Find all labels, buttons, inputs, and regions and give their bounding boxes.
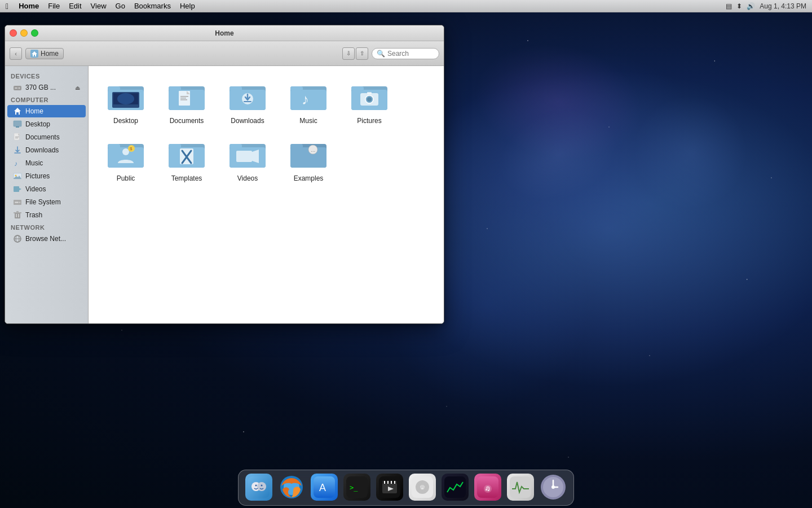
menubar-edit[interactable]: Edit [64,2,86,10]
dock-item-photos[interactable] [408,472,437,502]
menubar:  Home File Edit View Go Bookmarks Help … [0,0,812,12]
filesystem-icon [13,198,22,207]
desktop-icon [13,120,22,129]
search-input[interactable] [387,50,433,58]
menubar-left:  Home File Edit View Go Bookmarks Help [0,2,200,11]
close-button[interactable] [10,29,17,37]
maximize-button[interactable] [31,29,38,37]
apple-menu[interactable]:  [0,2,14,11]
svg-rect-40 [180,96,188,97]
dock-item-backup[interactable] [539,472,568,502]
folder-desktop-label: Desktop [113,117,138,125]
sidebar-item-pictures[interactable]: Pictures [7,170,86,182]
dock-item-itunes[interactable]: ♫ [473,472,502,502]
svg-point-19 [19,202,20,203]
sidebar-item-music[interactable]: ♪ Music [7,157,86,169]
svg-point-3 [19,87,20,89]
galaxy-decoration-2 [465,31,651,172]
folder-downloads-icon [230,78,266,115]
svg-rect-61 [108,144,120,148]
sidebar-documents-label: Documents [25,133,60,141]
volume-icon[interactable]: 🔊 [747,2,755,10]
svg-rect-67 [169,144,181,148]
folder-documents-label: Documents [170,117,204,125]
sidebar-item-network[interactable]: Browse Net... [7,233,86,245]
svg-point-85 [261,485,263,487]
folder-downloads[interactable]: Downloads [219,75,276,128]
svg-rect-7 [16,126,19,128]
svg-rect-45 [230,86,242,91]
menubar-help[interactable]: Help [175,2,200,10]
folder-examples-icon: ... [290,136,326,172]
svg-marker-75 [252,150,259,163]
sidebar-section-devices: DEVICES [5,71,88,81]
sidebar-item-downloads[interactable]: Downloads [7,144,86,156]
menubar-file[interactable]: File [43,2,64,10]
folder-videos[interactable]: Videos [219,133,276,186]
folder-public[interactable]: $ Public [98,133,154,186]
home-icon [13,107,22,116]
folder-music[interactable]: ♪ Music [280,75,337,128]
sidebar-item-filesystem[interactable]: File System [7,196,86,208]
toolbar: ‹ Home ⇩ ⇧ 🔍 [5,41,444,66]
dock-activity-icon [507,474,534,501]
sidebar-item-trash[interactable]: Trash [7,209,86,221]
folder-pictures[interactable]: Pictures [341,75,398,128]
svg-rect-16 [14,186,19,192]
svg-point-34 [117,93,134,104]
menubar-time: Aug 1, 4:13 PM [760,2,806,10]
svg-marker-17 [19,188,21,190]
folder-documents[interactable]: Documents [158,75,215,128]
dock-item-activity[interactable] [506,472,535,502]
minimize-button[interactable] [20,29,28,37]
hdd-icon [13,83,22,92]
svg-rect-78 [290,144,303,148]
window-title: Home [215,29,233,37]
dock-item-clapper[interactable] [375,472,404,502]
svg-marker-5 [14,108,21,115]
folder-videos-label: Videos [237,174,258,182]
back-button[interactable]: ‹ [10,47,22,60]
home-breadcrumb[interactable]: Home [25,48,64,59]
sidebar-item-videos[interactable]: Videos [7,183,86,195]
dock: A >_ [238,470,574,506]
sidebar-item-desktop[interactable]: Desktop [7,118,86,130]
dock-item-appstore[interactable]: A [310,472,339,502]
menubar-app-name[interactable]: Home [14,2,43,10]
menubar-go[interactable]: Go [111,2,130,10]
sidebar-item-home[interactable]: Home [7,105,86,117]
dock-item-finder[interactable] [244,472,273,502]
action-btn-1[interactable]: ⇩ [342,47,355,60]
eject-icon[interactable]: ⏏ [75,85,80,91]
music-icon: ♪ [13,159,22,168]
documents-icon [13,133,22,142]
svg-text:♪: ♪ [14,160,17,168]
dock-stocks-icon [442,474,469,501]
folder-templates[interactable]: Templates [158,133,215,186]
sidebar-item-hdd[interactable]: 370 GB ... ⏏ [7,81,86,94]
dock-finder-icon [245,474,272,501]
svg-text:♪: ♪ [302,91,309,108]
downloads-icon [13,146,22,155]
folder-desktop[interactable]: Desktop [98,75,154,128]
sidebar-item-documents[interactable]: Documents [7,131,86,143]
search-box[interactable]: 🔍 [372,48,439,59]
sidebar-desktop-label: Desktop [25,120,50,128]
dock-item-terminal[interactable]: >_ [342,472,372,502]
traffic-lights [10,29,38,37]
menubar-view[interactable]: View [86,2,111,10]
back-icon: ‹ [15,50,17,57]
dock-item-stocks[interactable] [440,472,470,502]
folder-examples[interactable]: ... Examples [280,133,337,186]
dock-backup-icon [540,474,567,501]
svg-text:...: ... [311,147,315,153]
folder-public-label: Public [117,174,135,182]
dock-item-firefox[interactable] [277,472,306,502]
sidebar-music-label: Music [25,159,43,167]
folder-pictures-label: Pictures [357,117,381,125]
svg-text:A: A [319,482,326,493]
folder-templates-label: Templates [171,174,202,182]
folder-pictures-icon [351,78,387,115]
menubar-bookmarks[interactable]: Bookmarks [130,2,175,10]
action-btn-2[interactable]: ⇧ [356,47,368,60]
